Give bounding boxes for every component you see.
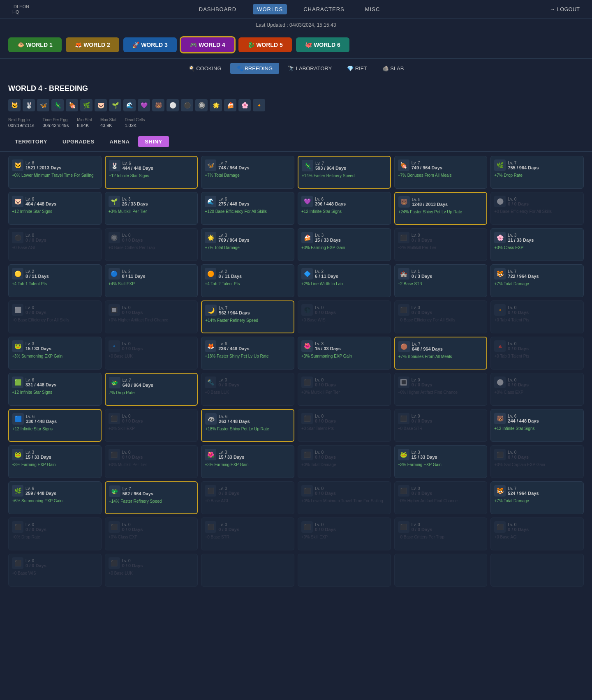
nav-worlds[interactable]: WORLDS xyxy=(253,4,287,14)
shiny-card[interactable]: 🐻Lv. 6244 / 448 Days+12 Infinite Star Si… xyxy=(490,409,584,442)
shiny-card[interactable]: ⬛Lv. 00 / 0 Days+0% Skill EXP xyxy=(298,517,391,550)
shiny-card[interactable] xyxy=(394,554,488,587)
subnav-rift[interactable]: 💎 RIFT xyxy=(340,63,374,74)
tab-upgrades[interactable]: UPGRADES xyxy=(56,136,101,147)
shiny-card[interactable]: 🌺Lv. 315 / 33 Days+3% Farming EXP Gain xyxy=(201,445,294,478)
pet-icon[interactable]: 🐰 xyxy=(23,99,35,111)
tab-shiny[interactable]: SHINY xyxy=(138,136,169,147)
pet-icon[interactable]: 🐷 xyxy=(95,99,107,111)
subnav-cooking[interactable]: 🍳 COOKING xyxy=(182,63,228,74)
shiny-card[interactable]: ⚪Lv. 00 / 0 Days+0 Base Efficiency For A… xyxy=(490,192,584,225)
subnav-breeding[interactable]: 🐾 BREEDING xyxy=(230,63,280,74)
shiny-card[interactable]: ⬛Lv. 00 / 0 Days+0 Base WIS xyxy=(8,554,102,587)
shiny-card[interactable]: ⬛Lv. 00 / 0 Days+0 Star Talent Pts xyxy=(298,409,391,442)
shiny-card[interactable]: 🐸Lv. 315 / 33 Days+3% Farming EXP Gain xyxy=(8,445,102,478)
shiny-card[interactable]: ⬛Lv. 00 / 0 Days+0% Total Damage xyxy=(298,445,391,478)
shiny-card[interactable] xyxy=(490,554,584,587)
shiny-card[interactable]: 🌑Lv. 00 / 0 Days+0 Base WIS xyxy=(298,300,391,333)
shiny-card[interactable]: ⬛Lv. 00 / 0 Days+0 Base LUK xyxy=(105,554,198,587)
pet-icon[interactable]: 🐻 xyxy=(152,99,164,111)
tab-territory[interactable]: TERRITORY xyxy=(8,136,54,147)
shiny-card[interactable]: 💜Lv. 6396 / 448 Days+12 Infinite Star Si… xyxy=(298,192,391,225)
shiny-card[interactable]: 🟦Lv. 6330 / 448 Days+12 Infinite Star Si… xyxy=(8,409,102,442)
pet-icon[interactable]: 🔸 xyxy=(253,99,265,111)
world-tab-6[interactable]: 🐙 WORLD 6 xyxy=(296,37,349,52)
pet-icon[interactable]: 🔘 xyxy=(195,99,208,111)
shiny-card[interactable]: 🌊Lv. 6275 / 448 Days+120 Base Efficiency… xyxy=(201,192,294,225)
nav-misc[interactable]: MISC xyxy=(361,4,384,14)
shiny-card[interactable]: ⬛Lv. 00 / 0 Days+0% Lower Minimum Travel… xyxy=(298,481,391,514)
shiny-card[interactable] xyxy=(298,554,391,587)
shiny-card[interactable]: 🔳Lv. 00 / 0 Days+0% Higher Artifact Find… xyxy=(394,373,488,406)
pet-icon[interactable]: 🦋 xyxy=(37,99,49,111)
world-tab-2[interactable]: 🦊 WORLD 2 xyxy=(66,37,119,52)
shiny-card[interactable]: 🌿Lv. 7755 / 964 Days+7% Drop Rate xyxy=(490,156,584,189)
shiny-card[interactable]: 🦝Lv. 6263 / 448 Days+18% Faster Shiny Pe… xyxy=(201,409,294,442)
shiny-card[interactable]: ⬛Lv. 00 / 0 Days+0 Base AGI xyxy=(490,517,584,550)
shiny-card[interactable]: 🔵Lv. 28 / 11 Days+4% Skill EXP xyxy=(105,264,198,297)
shiny-card[interactable]: ⚫Lv. 00 / 0 Days+0 Base AGI xyxy=(8,228,102,261)
shiny-card[interactable]: 🐲Lv. 7562 / 964 Days+14% Faster Refinery… xyxy=(105,481,198,514)
shiny-card[interactable]: 🍰Lv. 315 / 33 Days+3% Farming EXP Gain xyxy=(298,228,391,261)
nav-dashboard[interactable]: DASHBOARD xyxy=(195,4,240,14)
pet-icon[interactable]: 🌊 xyxy=(123,99,136,111)
pet-icon[interactable]: 🌟 xyxy=(210,99,222,111)
shiny-card[interactable]: ⬜Lv. 00 / 0 Days+0 Base Efficiency For A… xyxy=(8,300,102,333)
shiny-card[interactable]: ⬛Lv. 00 / 0 Days+2% Multikill Per Tier xyxy=(394,228,488,261)
shiny-card[interactable]: ⬛Lv. 00 / 0 Days+0% Higher Artifact Find… xyxy=(394,481,488,514)
shiny-card[interactable]: 🦋Lv. 7748 / 964 Days+7% Total Damage xyxy=(201,156,294,189)
shiny-card[interactable]: 🐻Lv. 81248 / 2013 Days+24% Faster Shiny … xyxy=(394,192,488,225)
shiny-card[interactable]: 🌱Lv. 326 / 33 Days+3% Multikill Per Tier xyxy=(105,192,198,225)
shiny-card[interactable]: 🔺Lv. 00 / 0 Days+0 Tab 3 Talent Pts xyxy=(490,337,584,370)
pet-icon[interactable]: ⚫ xyxy=(181,99,193,111)
shiny-card[interactable]: 🐰Lv. 6444 / 448 Days+12 Infinite Star Si… xyxy=(105,156,198,189)
shiny-card[interactable]: 🐱Lv. 81521 / 2013 Days+0% Lower Minimum … xyxy=(8,156,102,189)
shiny-card[interactable]: ⬛Lv. 00 / 0 Days+0 Base AGI xyxy=(201,481,294,514)
tab-arena[interactable]: ARENA xyxy=(103,136,136,147)
shiny-card[interactable]: ⚪Lv. 00 / 0 Days+0% Class EXP xyxy=(490,373,584,406)
shiny-card[interactable]: 🌿Lv. 6259 / 448 Days+6% Summoning EXP Ga… xyxy=(8,481,102,514)
shiny-card[interactable]: 🔹Lv. 00 / 0 Days+0 Base LUK xyxy=(105,337,198,370)
pet-icon[interactable]: 🌿 xyxy=(80,99,92,111)
pet-icon[interactable]: 🍖 xyxy=(66,99,78,111)
pet-icon[interactable]: 🦎 xyxy=(51,99,64,111)
shiny-card[interactable]: ⬛Lv. 00 / 0 Days+0% Class EXP xyxy=(105,517,198,550)
shiny-card[interactable]: 🟤Lv. 7648 / 964 Days+7% Bonuses From All… xyxy=(394,337,488,370)
subnav-laboratory[interactable]: 🔭 LABORATORY xyxy=(281,63,338,74)
shiny-card[interactable]: 🌸Lv. 311 / 33 Days+3% Class EXP xyxy=(490,228,584,261)
shiny-card[interactable]: 🌟Lv. 3709 / 964 Days+7% Total Damage xyxy=(201,228,294,261)
shiny-card[interactable]: ⬛Lv. 00 / 0 Days+0% Drop Rate xyxy=(8,517,102,550)
shiny-card[interactable]: ⬛Lv. 00 / 0 Days+0 Base STR xyxy=(201,517,294,550)
world-tab-4[interactable]: 🎮 WORLD 4 xyxy=(181,37,234,52)
shiny-card[interactable]: 🐯Lv. 7722 / 964 Days+7% Total Damage xyxy=(490,264,584,297)
shiny-card[interactable]: 🟡Lv. 28 / 11 Days+4 Tab 1 Talent Pts xyxy=(8,264,102,297)
shiny-card[interactable]: 🌺Lv. 315 / 33 Days+3% Summoning EXP Gain xyxy=(298,337,391,370)
shiny-card[interactable]: ⬛Lv. 00 / 0 Days+0 Base STR xyxy=(394,409,488,442)
shiny-card[interactable]: 🌙Lv. 7562 / 964 Days+14% Faster Refinery… xyxy=(201,300,294,333)
shiny-card[interactable]: ⬛Lv. 00 / 0 Days+0 Base Critters Per Tra… xyxy=(394,517,488,550)
shiny-card[interactable]: 🐸Lv. 315 / 33 Days+3% Farming EXP Gain xyxy=(394,445,488,478)
shiny-card[interactable]: 🐸Lv. 315 / 33 Days+3% Summoning EXP Gain xyxy=(8,337,102,370)
pet-icon[interactable]: 🌸 xyxy=(238,99,251,111)
shiny-card[interactable]: ⬛Lv. 00 / 0 Days+0% Multikill Per Tier xyxy=(298,373,391,406)
shiny-card[interactable]: 🐯Lv. 7524 / 964 Days+7% Total Damage xyxy=(490,481,584,514)
shiny-card[interactable]: 🍖Lv. 7749 / 964 Days+7% Bonuses From All… xyxy=(394,156,488,189)
shiny-card[interactable]: ⬛Lv. 00 / 0 Days+0% Multikill Per Tier xyxy=(105,445,198,478)
shiny-card[interactable]: ⬛Lv. 00 / 0 Days+0% Sail Captain EXP Gai… xyxy=(490,445,584,478)
shiny-card[interactable]: ⬛Lv. 00 / 0 Days+0 Base Efficiency For A… xyxy=(394,300,488,333)
world-tab-1[interactable]: 🐵 WORLD 1 xyxy=(8,37,62,52)
shiny-card[interactable]: 🐲Lv. 7648 / 964 Days7% Drop Rate xyxy=(105,373,198,406)
world-tab-5[interactable]: 🐉 WORLD 5 xyxy=(238,37,292,52)
shiny-card[interactable]: 🟠Lv. 28 / 11 Days+4 Tab 2 Talent Pts xyxy=(201,264,294,297)
nav-characters[interactable]: CHARACTERS xyxy=(299,4,349,14)
shiny-card[interactable]: 🔲Lv. 00 / 0 Days+0% Higher Artifact Find… xyxy=(105,300,198,333)
shiny-card[interactable]: 🔸Lv. 00 / 0 Days+0 Tab 4 Talent Pts xyxy=(490,300,584,333)
shiny-card[interactable]: 🦊Lv. 6236 / 448 Days+18% Faster Shiny Pe… xyxy=(201,337,294,370)
pet-icon[interactable]: ⚪ xyxy=(166,99,179,111)
world-tab-3[interactable]: 🚀 WORLD 3 xyxy=(123,37,177,52)
logout-button[interactable]: → LOGOUT xyxy=(550,6,580,12)
pet-icon[interactable]: 💜 xyxy=(138,99,150,111)
pet-icon[interactable]: 🍰 xyxy=(224,99,236,111)
shiny-card[interactable]: 🔦Lv. 00 / 0 Days+0 Base LUK xyxy=(201,373,294,406)
shiny-card[interactable]: ⬛Lv. 00 / 0 Days+0% Skill EXP xyxy=(105,409,198,442)
